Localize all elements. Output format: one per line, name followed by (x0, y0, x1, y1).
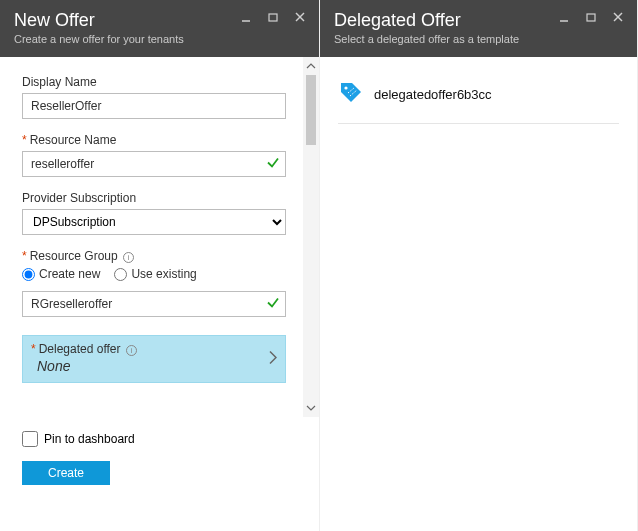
minimize-icon (558, 11, 570, 23)
create-new-radio[interactable] (22, 268, 35, 281)
resource-group-label: *Resource Group i (22, 249, 297, 263)
offer-tag-icon (338, 79, 364, 109)
list-item-name: delegatedoffer6b3cc (374, 87, 492, 102)
required-marker: * (31, 342, 36, 356)
use-existing-radio[interactable] (114, 268, 127, 281)
minimize-button[interactable] (233, 6, 259, 28)
delegated-offer-list: delegatedoffer6b3cc (320, 57, 637, 146)
check-icon (266, 156, 280, 173)
provider-subscription-select[interactable]: DPSubscription (22, 209, 286, 235)
form-scroll-area: Display Name *Resource Name Provider Sub… (0, 57, 319, 417)
delegated-offer-selector[interactable]: *Delegated offer i None (22, 335, 286, 383)
window-controls (233, 6, 313, 28)
required-marker: * (22, 249, 27, 263)
chevron-down-icon (306, 405, 316, 411)
new-offer-panel: New Offer Create a new offer for your te… (0, 0, 320, 531)
minimize-icon (240, 11, 252, 23)
provider-subscription-label: Provider Subscription (22, 191, 297, 205)
list-item[interactable]: delegatedoffer6b3cc (338, 79, 619, 124)
close-button[interactable] (605, 6, 631, 28)
resource-group-label-text: Resource Group (30, 249, 118, 263)
info-icon[interactable]: i (126, 345, 137, 356)
delegated-offer-label: Delegated offer (39, 342, 121, 356)
maximize-button[interactable] (260, 6, 286, 28)
delegated-offer-header: Delegated Offer Select a delegated offer… (320, 0, 637, 57)
svg-point-9 (344, 86, 347, 89)
new-offer-subtitle: Create a new offer for your tenants (14, 33, 305, 45)
close-icon (612, 11, 624, 23)
maximize-button[interactable] (578, 6, 604, 28)
use-existing-text: Use existing (131, 267, 196, 281)
maximize-icon (585, 11, 597, 23)
chevron-right-icon (269, 351, 277, 368)
scroll-thumb[interactable] (306, 75, 316, 145)
create-new-radio-label[interactable]: Create new (22, 267, 100, 281)
resource-name-input[interactable] (22, 151, 286, 177)
delegated-offer-value: None (37, 358, 277, 374)
create-button[interactable]: Create (22, 461, 110, 485)
resource-name-label-text: Resource Name (30, 133, 117, 147)
svg-rect-5 (587, 14, 595, 21)
display-name-label: Display Name (22, 75, 297, 89)
resource-name-label: *Resource Name (22, 133, 297, 147)
svg-marker-8 (341, 83, 361, 102)
close-button[interactable] (287, 6, 313, 28)
display-name-input[interactable] (22, 93, 286, 119)
maximize-icon (267, 11, 279, 23)
required-marker: * (22, 133, 27, 147)
new-offer-header: New Offer Create a new offer for your te… (0, 0, 319, 57)
svg-rect-1 (269, 14, 277, 21)
pin-to-dashboard-checkbox[interactable] (22, 431, 38, 447)
delegated-offer-subtitle: Select a delegated offer as a template (334, 33, 623, 45)
minimize-button[interactable] (551, 6, 577, 28)
info-icon[interactable]: i (123, 252, 134, 263)
create-new-text: Create new (39, 267, 100, 281)
use-existing-radio-label[interactable]: Use existing (114, 267, 196, 281)
scrollbar[interactable] (303, 57, 319, 417)
scroll-up-button[interactable] (303, 57, 319, 75)
scroll-down-button[interactable] (303, 399, 319, 417)
close-icon (294, 11, 306, 23)
window-controls (551, 6, 631, 28)
check-icon (266, 296, 280, 313)
delegated-offer-panel: Delegated Offer Select a delegated offer… (320, 0, 638, 531)
pin-to-dashboard-label: Pin to dashboard (44, 432, 135, 446)
resource-group-input[interactable] (22, 291, 286, 317)
chevron-up-icon (306, 63, 316, 69)
